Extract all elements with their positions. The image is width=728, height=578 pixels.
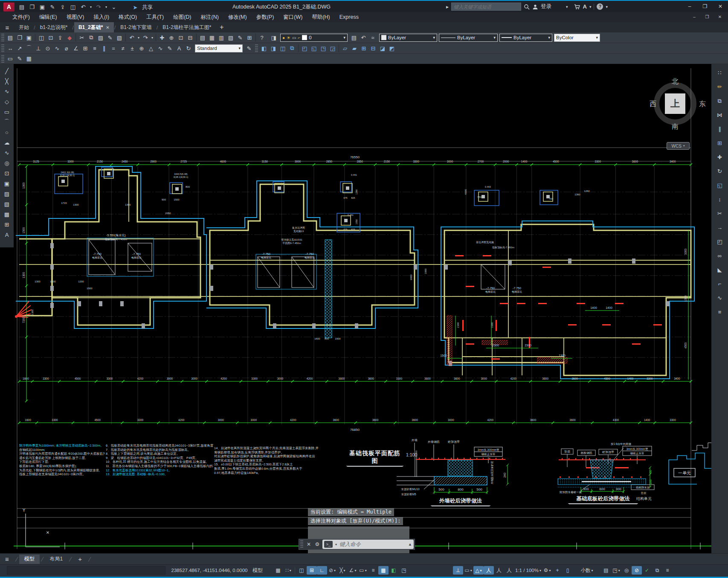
redo-icon[interactable]: ↷ — [94, 3, 103, 11]
color-dropdown-icon[interactable]: ▾ — [433, 35, 435, 40]
markup-icon[interactable]: ✎ — [235, 33, 245, 42]
make-block-icon[interactable]: ▣ — [2, 178, 12, 189]
lineweight-dropdown-icon[interactable]: ▾ — [548, 35, 550, 40]
fillet-icon[interactable]: ⌐ — [715, 277, 725, 291]
zoom-window-icon[interactable]: ⊡ — [176, 33, 186, 42]
lineweight-display-icon[interactable]: ≡ — [368, 566, 378, 575]
search-icon[interactable] — [524, 4, 530, 10]
menu-item-11[interactable]: 窗口(W) — [278, 14, 307, 21]
circle-icon[interactable]: ○ — [2, 127, 12, 137]
properties-icon[interactable]: ▤ — [198, 33, 207, 42]
edit-reference-icon[interactable]: ▭ — [6, 55, 15, 63]
undo-icon[interactable]: ↶ — [127, 33, 136, 42]
qnew-icon[interactable]: ▤ — [6, 33, 15, 42]
plot-icon[interactable]: ◫ — [37, 33, 46, 42]
plotstyle-combo[interactable]: ByColor ▾ — [554, 34, 600, 42]
match-properties-icon[interactable]: ✎ — [105, 33, 115, 42]
tolerance-icon[interactable]: ± — [128, 44, 137, 52]
tab-close-icon[interactable]: ✕ — [106, 25, 109, 30]
layer-properties-icon[interactable]: ◨ — [269, 33, 278, 42]
extend-icon[interactable]: → — [715, 221, 725, 235]
dim-text-edit-icon[interactable]: A — [174, 44, 184, 52]
recent-commands-icon[interactable]: ▾ — [335, 543, 337, 546]
tool-icon[interactable]: ◲ — [328, 44, 337, 52]
undo-dropdown-icon[interactable]: ▾ — [136, 33, 141, 42]
quick-dim-icon[interactable]: ⊞ — [81, 44, 90, 52]
compass-up-button[interactable]: 上 — [665, 93, 685, 114]
drawing-canvas[interactable]: 3125330021502450290027254600315030002850… — [14, 64, 711, 553]
move-icon[interactable]: ✚ — [715, 150, 725, 164]
dynamic-input-icon[interactable]: ⊞ — [307, 566, 317, 575]
tool-icon[interactable]: ◨ — [269, 44, 278, 52]
plot-preview-icon[interactable]: ⊡ — [46, 33, 55, 42]
new-drawing-tab-button[interactable]: + — [215, 23, 228, 31]
workspace-switching-icon[interactable]: ⚙▾ — [542, 566, 552, 575]
model-tab[interactable]: 模型 — [19, 555, 40, 564]
annotation-monitor-icon[interactable]: 人 — [494, 566, 504, 575]
menu-item-2[interactable]: 编辑(E) — [35, 14, 62, 21]
units-icon[interactable]: ▯ — [563, 566, 573, 575]
new-layout-button[interactable]: + — [73, 555, 87, 564]
lock-ui-icon[interactable]: ◳▾ — [611, 566, 621, 575]
menu-item-9[interactable]: 修改(M) — [223, 14, 252, 21]
menu-item-10[interactable]: 参数(P) — [252, 14, 279, 21]
spline-edit-icon[interactable]: ∿ — [715, 291, 725, 305]
dim-angular-icon[interactable]: ∠ — [71, 44, 81, 52]
tool-icon[interactable]: ◱ — [309, 44, 319, 52]
command-prompt-icon[interactable]: >_ — [324, 541, 333, 548]
maximize-button[interactable]: ❐ — [697, 1, 713, 12]
app-store-cart-icon[interactable] — [574, 4, 580, 10]
command-input[interactable]: >_ ▾ 键入命令 ▲ — [322, 540, 414, 549]
array-icon[interactable]: ⊞ — [715, 136, 725, 150]
redo-dropdown-icon[interactable]: ▾ — [150, 33, 154, 42]
dim-continue-icon[interactable]: ∥ — [99, 44, 109, 52]
tool-icon[interactable]: ⊞ — [359, 44, 368, 52]
command-tools-icon[interactable]: ⚙ — [313, 541, 322, 547]
compass-south[interactable]: 南 — [669, 122, 681, 131]
osnap-tracking-icon[interactable]: ∠▾ — [348, 566, 358, 575]
minimize-button[interactable]: – — [682, 1, 697, 12]
share-button[interactable]: ➤ 共享 — [131, 3, 153, 12]
quickcalc-icon[interactable]: ⊞ — [245, 33, 254, 42]
qsave-icon[interactable]: ▣ — [24, 33, 34, 42]
zoom-previous-icon[interactable]: ⊟ — [186, 33, 195, 42]
layer-combo[interactable]: ● ☀ ▭ ⌐ 0 ▾ — [280, 34, 348, 42]
image-adjust-icon[interactable]: ▦ — [24, 55, 34, 63]
object-snap-icon[interactable]: ▭▾ — [358, 566, 368, 575]
hatch-icon[interactable]: ▨ — [2, 189, 12, 199]
pan-icon[interactable]: ✚ — [157, 33, 167, 42]
insert-block-icon[interactable]: ⊡ — [2, 168, 12, 178]
coordinates-display[interactable]: 238527.4867, -41151.0446, 0.0000 — [169, 566, 250, 575]
file-tab-5[interactable]: B1-2墙柱平法施工图* — [158, 22, 215, 32]
menu-item-1[interactable]: 文件(F) — [8, 14, 35, 21]
doc-restore-button[interactable]: ❐ — [702, 13, 713, 20]
toolbar-grip[interactable]: ∷ — [715, 66, 725, 80]
publish-icon[interactable]: ⇪ — [55, 33, 65, 42]
ucs-icon[interactable]: ⊥ — [453, 566, 463, 575]
menu-item-8[interactable]: 标注(N) — [196, 14, 223, 21]
infer-constraints-icon[interactable]: ◫ — [296, 566, 307, 575]
dim-radius-icon[interactable]: ⊙ — [43, 44, 52, 52]
command-expand-icon[interactable]: ▲ — [408, 542, 412, 546]
explode-icon[interactable]: ≡ — [715, 305, 725, 319]
tool-icon[interactable]: ◧ — [259, 44, 269, 52]
snap-icon[interactable]: ∷▾ — [283, 566, 293, 575]
dim-diameter-icon[interactable]: ⌀ — [62, 44, 71, 52]
ellipse-icon[interactable]: ◎ — [2, 158, 12, 168]
sheet-set-icon[interactable]: ▧ — [226, 33, 235, 42]
file-tab-2[interactable]: b1-2总说明* — [36, 22, 72, 32]
toolbar-grip[interactable] — [255, 44, 258, 52]
dim-jogged-icon[interactable]: ∿ — [52, 44, 62, 52]
construction-line-icon[interactable]: ╳ — [2, 76, 12, 86]
annotation-visibility-icon[interactable]: ▭▾ — [463, 566, 473, 575]
copy-icon[interactable]: ⧉ — [715, 94, 725, 108]
polygon-icon[interactable]: ◇ — [2, 96, 12, 107]
compass-west[interactable]: 西 — [647, 100, 659, 109]
menu-item-6[interactable]: 工具(T) — [142, 14, 168, 21]
quick-properties-icon[interactable]: ▤ — [601, 566, 611, 575]
signin-button[interactable]: 登录 — [541, 3, 551, 10]
clean-screen-icon[interactable]: ⧉ — [652, 566, 662, 575]
help-icon[interactable]: ? — [257, 33, 267, 42]
annotation-scale-value[interactable]: 1:1 / 100%▾ — [514, 566, 542, 575]
tool-icon[interactable]: ◫ — [278, 44, 287, 52]
